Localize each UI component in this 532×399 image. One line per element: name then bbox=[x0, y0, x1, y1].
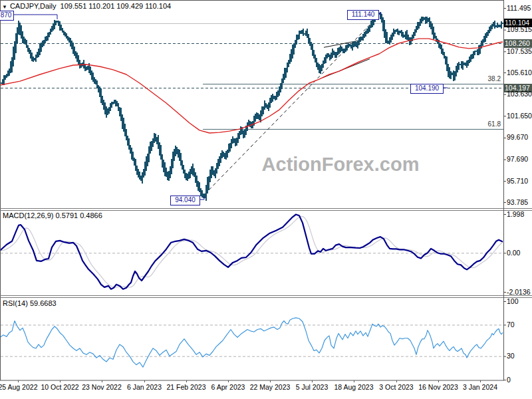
date-axis-label: 16 Nov 2023 bbox=[418, 383, 458, 391]
watermark: ActionForex.com bbox=[262, 154, 420, 176]
rsi-axis-label: 70 bbox=[507, 321, 515, 329]
date-axis-label: 6 Apr 2023 bbox=[211, 383, 245, 391]
date-axis-label: 3 Jan 2024 bbox=[463, 383, 497, 391]
fib-label-38.2: 38.2 bbox=[488, 75, 501, 82]
date-axis-label: 18 Aug 2023 bbox=[334, 383, 374, 391]
macd-main-line bbox=[0, 215, 503, 289]
price-axis-label: 101.650 bbox=[507, 112, 532, 120]
rsi-axis-label: 100 bbox=[507, 297, 519, 306]
price-annotation-box[interactable]: 870 bbox=[0, 11, 14, 21]
macd-axis-label: -2.0136 bbox=[507, 288, 531, 297]
price-axis-label: 107.535 bbox=[507, 47, 532, 56]
date-axis-label: 3 Oct 2023 bbox=[379, 383, 413, 391]
symbol-ohlc-line: ▼CADJPY,Daily 109.551 110.201 109.429 11… bbox=[2, 2, 171, 10]
price-axis-label: 93.785 bbox=[507, 198, 528, 207]
price-annotation-box[interactable]: 94.040 bbox=[170, 196, 200, 205]
date-axis-label: 5 Jul 2023 bbox=[296, 383, 328, 391]
price-annotation-box[interactable]: 104.190 bbox=[410, 84, 444, 94]
mt4-chart-window: ▼CADJPY,Daily 109.551 110.201 109.429 11… bbox=[0, 0, 532, 399]
price-axis-label: 105.610 bbox=[507, 68, 532, 77]
macd-axis-label: 1.998 bbox=[507, 210, 524, 219]
annotation-connector bbox=[13, 15, 57, 19]
chart-canvas[interactable] bbox=[0, 0, 532, 399]
macd-axis-label: 0.00 bbox=[507, 249, 520, 257]
rsi-indicator-label: RSI(14) 59.6683 bbox=[3, 299, 57, 307]
price-axis-label: 111.495 bbox=[507, 4, 531, 13]
price-annotation-box[interactable]: 111.140 bbox=[347, 10, 379, 20]
date-axis-label: 6 Jan 2023 bbox=[127, 383, 162, 391]
date-axis-label: 21 Feb 2023 bbox=[167, 383, 206, 391]
date-axis-label: 10 Oct 2022 bbox=[41, 383, 78, 391]
price-axis-label: 99.670 bbox=[507, 133, 528, 142]
date-axis-label: 22 May 2023 bbox=[250, 383, 291, 391]
rsi-axis-label: 0 bbox=[507, 376, 511, 384]
macd-indicator-label: MACD(12,26,9) 0.5791 0.4866 bbox=[3, 211, 102, 219]
rsi-axis-label: 30 bbox=[507, 352, 515, 360]
price-axis-label: 95.710 bbox=[507, 177, 528, 186]
date-axis-label: 23 Nov 2022 bbox=[82, 383, 122, 391]
channel-line-0 bbox=[324, 40, 363, 48]
dropdown-arrow-icon[interactable]: ▼ bbox=[2, 4, 7, 10]
price-axis-label: 103.630 bbox=[507, 90, 532, 98]
date-axis-label: 25 Aug 2022 bbox=[0, 383, 37, 391]
ohlc-values: 109.551 110.201 109.429 110.104 bbox=[61, 2, 172, 10]
price-axis-label: 97.690 bbox=[507, 155, 528, 164]
price-axis-label: 109.515 bbox=[507, 25, 532, 34]
fib-label-61.8: 61.8 bbox=[488, 120, 501, 128]
candlesticks bbox=[1, 11, 503, 201]
symbol-label: CADJPY,Daily bbox=[10, 2, 57, 10]
